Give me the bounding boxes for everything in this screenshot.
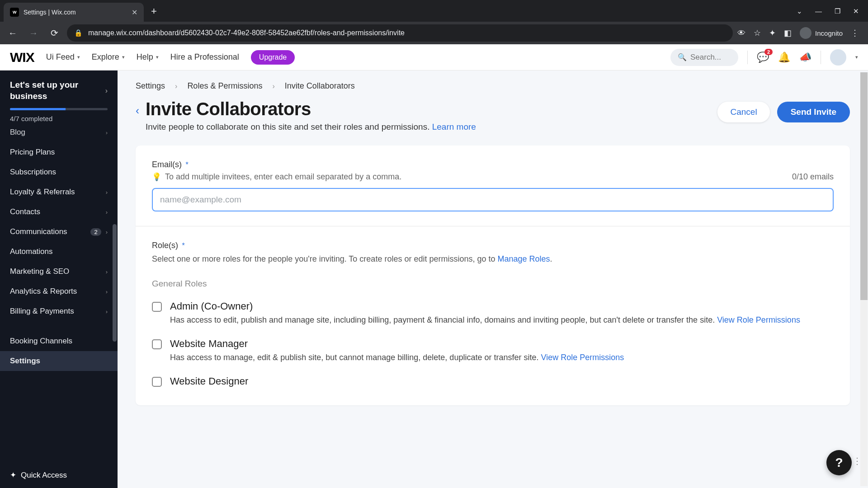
chevron-right-icon: › [106,268,108,275]
tab-title: Settings | Wix.com [24,9,127,16]
learn-more-link[interactable]: Learn more [432,122,476,131]
bell-icon[interactable]: 🔔 [778,52,790,63]
role-name: Admin (Co-Owner) [170,300,834,312]
sidebar-item[interactable]: Automations [0,242,118,262]
required-asterisk: * [182,242,184,249]
view-role-permissions-link[interactable]: View Role Permissions [717,315,800,324]
sidebar-item[interactable]: Billing & Payments› [0,301,118,321]
roles-label: Role(s) [152,241,178,250]
sparkle-icon: ✦ [10,470,16,480]
nav-explore[interactable]: Explore ▾ [92,52,125,62]
role-name: Website Designer [170,375,834,387]
sidebar-item[interactable]: Settings [0,351,118,371]
chevron-down-icon[interactable]: ▾ [855,54,858,60]
address-bar[interactable]: 🔒 manage.wix.com/dashboard/d5602430-02c7… [67,24,733,42]
tab-search-icon[interactable]: ⌄ [797,7,802,15]
cancel-button[interactable]: Cancel [717,102,769,122]
crumb-invite[interactable]: Invite Collaborators [285,81,355,91]
browser-tabstrip: W Settings | Wix.com ✕ + ⌄ ― ❐ ✕ [0,0,868,22]
sidebar-item[interactable]: Contacts› [0,202,118,222]
roles-subtitle: Select one or more roles for the people … [152,253,834,265]
page-subtitle: Invite people to collaborate on this sit… [146,122,711,132]
inbox-icon[interactable]: 💬2 [757,52,769,63]
main-scrollbar-track[interactable] [860,72,868,486]
main-content: Settings › Roles & Permissions › Invite … [118,70,868,488]
site-switcher[interactable]: Ui Feed ▾ [46,52,80,62]
sidebar-item-label: Loyalty & Referrals [10,188,75,197]
sidebar-item[interactable]: Communications2› [0,222,118,242]
sidebar-item-label: Contacts [10,207,40,216]
reload-button[interactable]: ⟳ [46,25,62,41]
help-fab[interactable]: ? [826,450,852,475]
new-tab-button[interactable]: + [151,5,157,17]
search-box[interactable]: 🔍 [670,49,738,66]
progress-text: 4/7 completed [10,115,108,122]
url-text: manage.wix.com/dashboard/d5602430-02c7-4… [88,29,405,37]
page-title: Invite Collaborators [146,99,711,119]
forward-button[interactable]: → [25,25,42,41]
sidebar-item[interactable]: Loyalty & Referrals› [0,182,118,202]
nav-hire[interactable]: Hire a Professional [170,52,239,62]
setup-card[interactable]: Let's set up your business › 4/7 complet… [0,70,118,128]
sidepanel-icon[interactable]: ◧ [784,28,792,38]
role-row: Admin (Co-Owner)Has access to edit, publ… [152,300,834,326]
view-role-permissions-link[interactable]: View Role Permissions [541,353,624,362]
role-checkbox[interactable] [152,302,162,312]
manage-roles-link[interactable]: Manage Roles [498,254,550,263]
role-checkbox[interactable] [152,339,162,349]
kebab-menu-icon[interactable]: ⋮ [851,28,859,38]
sidebar-item-label: Pricing Plans [10,148,55,157]
sidebar-item[interactable]: Marketing & SEO› [0,262,118,282]
upgrade-button[interactable]: Upgrade [251,50,295,65]
crumb-settings[interactable]: Settings [136,81,165,91]
sidebar-item[interactable]: Analytics & Reports› [0,282,118,301]
chevron-right-icon: › [106,288,108,295]
browser-tab[interactable]: W Settings | Wix.com ✕ [4,3,144,22]
send-invite-button[interactable]: Send Invite [777,102,850,122]
window-controls: ⌄ ― ❐ ✕ [797,7,868,15]
chevron-right-icon: › [106,209,108,216]
close-icon[interactable]: ✕ [132,8,137,17]
sidebar-item[interactable]: Booking Channels [0,331,118,351]
sidebar-item-label: Subscriptions [10,168,56,177]
role-description: Has access to edit, publish and manage s… [170,314,834,326]
chevron-right-icon: › [272,82,274,90]
close-window-icon[interactable]: ✕ [853,7,859,15]
announce-icon[interactable]: 📣 [799,52,811,63]
minimize-icon[interactable]: ― [815,7,822,15]
sidebar-item-label: Booking Channels [10,337,72,346]
incognito-icon [800,27,811,39]
search-input[interactable] [690,53,731,62]
required-asterisk: * [185,161,188,169]
wix-favicon: W [10,8,19,17]
role-checkbox[interactable] [152,377,162,387]
sidebar: Let's set up your business › 4/7 complet… [0,70,118,488]
role-description: Has access to manage, edit & publish sit… [170,352,834,364]
count-badge: 2 [90,228,101,236]
crumb-roles[interactable]: Roles & Permissions [187,81,262,91]
eye-off-icon[interactable]: 👁 [737,28,745,38]
chevron-right-icon: › [106,189,108,196]
back-button[interactable]: ← [5,25,21,41]
sidebar-scrollbar[interactable] [113,224,117,342]
sidebar-item[interactable]: Blog› [0,128,118,142]
extensions-icon[interactable]: ✦ [769,28,776,38]
divider [136,226,850,226]
incognito-badge[interactable]: Incognito [800,27,843,39]
sidebar-item-label: Marketing & SEO [10,267,69,276]
kebab-icon[interactable]: ⋮ [853,455,862,466]
quick-access-button[interactable]: ✦ Quick Access [0,462,118,488]
browser-toolbar: ← → ⟳ 🔒 manage.wix.com/dashboard/d560243… [0,22,868,44]
sidebar-item[interactable]: Subscriptions [0,162,118,182]
maximize-icon[interactable]: ❐ [835,7,840,15]
back-chevron-icon[interactable]: ‹ [136,104,139,117]
star-icon[interactable]: ☆ [754,28,761,38]
email-input[interactable] [152,188,834,211]
nav-help[interactable]: Help ▾ [137,52,159,62]
wix-logo[interactable]: WIX [10,50,34,65]
main-scrollbar-thumb[interactable] [860,72,868,300]
avatar[interactable] [830,49,846,66]
chevron-right-icon: › [175,82,177,90]
lock-icon: 🔒 [74,29,83,37]
sidebar-item[interactable]: Pricing Plans [0,142,118,162]
